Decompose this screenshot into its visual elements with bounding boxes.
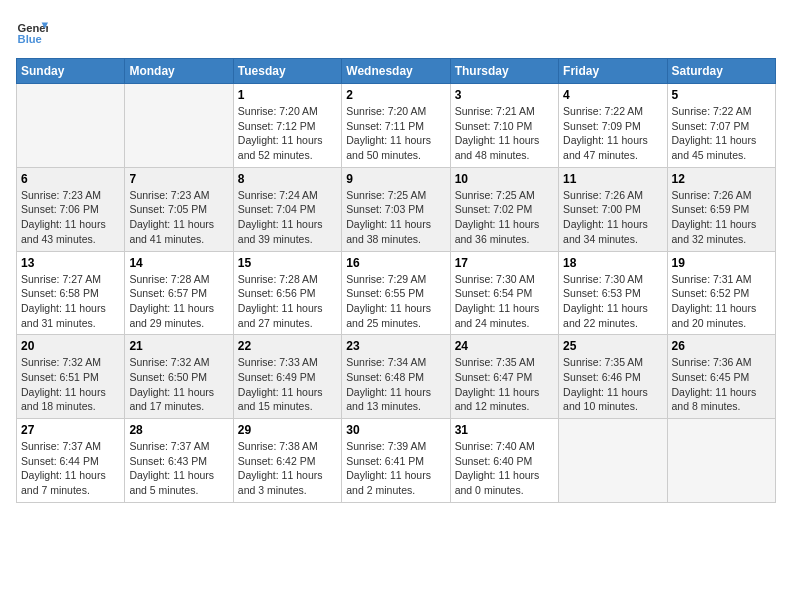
day-number: 20 xyxy=(21,339,120,353)
day-info: Sunrise: 7:32 AM Sunset: 6:51 PM Dayligh… xyxy=(21,355,120,414)
day-number: 3 xyxy=(455,88,554,102)
day-info: Sunrise: 7:32 AM Sunset: 6:50 PM Dayligh… xyxy=(129,355,228,414)
calendar-week-row: 6Sunrise: 7:23 AM Sunset: 7:06 PM Daylig… xyxy=(17,167,776,251)
day-number: 12 xyxy=(672,172,771,186)
day-number: 29 xyxy=(238,423,337,437)
day-info: Sunrise: 7:33 AM Sunset: 6:49 PM Dayligh… xyxy=(238,355,337,414)
day-header-friday: Friday xyxy=(559,59,667,84)
logo-icon: General Blue xyxy=(16,16,48,48)
day-number: 27 xyxy=(21,423,120,437)
day-header-sunday: Sunday xyxy=(17,59,125,84)
day-header-tuesday: Tuesday xyxy=(233,59,341,84)
day-number: 6 xyxy=(21,172,120,186)
day-info: Sunrise: 7:22 AM Sunset: 7:07 PM Dayligh… xyxy=(672,104,771,163)
calendar-week-row: 13Sunrise: 7:27 AM Sunset: 6:58 PM Dayli… xyxy=(17,251,776,335)
day-info: Sunrise: 7:29 AM Sunset: 6:55 PM Dayligh… xyxy=(346,272,445,331)
day-number: 18 xyxy=(563,256,662,270)
calendar-cell: 31Sunrise: 7:40 AM Sunset: 6:40 PM Dayli… xyxy=(450,419,558,503)
day-info: Sunrise: 7:25 AM Sunset: 7:03 PM Dayligh… xyxy=(346,188,445,247)
calendar-cell: 11Sunrise: 7:26 AM Sunset: 7:00 PM Dayli… xyxy=(559,167,667,251)
calendar-cell: 9Sunrise: 7:25 AM Sunset: 7:03 PM Daylig… xyxy=(342,167,450,251)
day-number: 4 xyxy=(563,88,662,102)
day-number: 17 xyxy=(455,256,554,270)
day-number: 25 xyxy=(563,339,662,353)
calendar-cell: 16Sunrise: 7:29 AM Sunset: 6:55 PM Dayli… xyxy=(342,251,450,335)
calendar-week-row: 27Sunrise: 7:37 AM Sunset: 6:44 PM Dayli… xyxy=(17,419,776,503)
day-header-wednesday: Wednesday xyxy=(342,59,450,84)
day-number: 23 xyxy=(346,339,445,353)
calendar-cell xyxy=(125,84,233,168)
day-info: Sunrise: 7:30 AM Sunset: 6:53 PM Dayligh… xyxy=(563,272,662,331)
day-number: 30 xyxy=(346,423,445,437)
day-number: 13 xyxy=(21,256,120,270)
day-info: Sunrise: 7:20 AM Sunset: 7:11 PM Dayligh… xyxy=(346,104,445,163)
calendar-cell: 6Sunrise: 7:23 AM Sunset: 7:06 PM Daylig… xyxy=(17,167,125,251)
day-number: 11 xyxy=(563,172,662,186)
day-info: Sunrise: 7:38 AM Sunset: 6:42 PM Dayligh… xyxy=(238,439,337,498)
day-info: Sunrise: 7:28 AM Sunset: 6:56 PM Dayligh… xyxy=(238,272,337,331)
calendar-cell: 27Sunrise: 7:37 AM Sunset: 6:44 PM Dayli… xyxy=(17,419,125,503)
day-info: Sunrise: 7:22 AM Sunset: 7:09 PM Dayligh… xyxy=(563,104,662,163)
day-info: Sunrise: 7:37 AM Sunset: 6:44 PM Dayligh… xyxy=(21,439,120,498)
calendar-cell: 17Sunrise: 7:30 AM Sunset: 6:54 PM Dayli… xyxy=(450,251,558,335)
day-info: Sunrise: 7:26 AM Sunset: 6:59 PM Dayligh… xyxy=(672,188,771,247)
day-number: 15 xyxy=(238,256,337,270)
calendar-cell: 19Sunrise: 7:31 AM Sunset: 6:52 PM Dayli… xyxy=(667,251,775,335)
day-info: Sunrise: 7:37 AM Sunset: 6:43 PM Dayligh… xyxy=(129,439,228,498)
calendar-cell: 28Sunrise: 7:37 AM Sunset: 6:43 PM Dayli… xyxy=(125,419,233,503)
calendar-cell: 8Sunrise: 7:24 AM Sunset: 7:04 PM Daylig… xyxy=(233,167,341,251)
calendar-cell: 15Sunrise: 7:28 AM Sunset: 6:56 PM Dayli… xyxy=(233,251,341,335)
calendar-cell: 30Sunrise: 7:39 AM Sunset: 6:41 PM Dayli… xyxy=(342,419,450,503)
calendar-cell: 20Sunrise: 7:32 AM Sunset: 6:51 PM Dayli… xyxy=(17,335,125,419)
calendar-cell: 23Sunrise: 7:34 AM Sunset: 6:48 PM Dayli… xyxy=(342,335,450,419)
day-header-saturday: Saturday xyxy=(667,59,775,84)
calendar-cell: 25Sunrise: 7:35 AM Sunset: 6:46 PM Dayli… xyxy=(559,335,667,419)
calendar-cell: 24Sunrise: 7:35 AM Sunset: 6:47 PM Dayli… xyxy=(450,335,558,419)
calendar-cell: 12Sunrise: 7:26 AM Sunset: 6:59 PM Dayli… xyxy=(667,167,775,251)
day-info: Sunrise: 7:25 AM Sunset: 7:02 PM Dayligh… xyxy=(455,188,554,247)
calendar-cell: 3Sunrise: 7:21 AM Sunset: 7:10 PM Daylig… xyxy=(450,84,558,168)
day-info: Sunrise: 7:36 AM Sunset: 6:45 PM Dayligh… xyxy=(672,355,771,414)
day-number: 1 xyxy=(238,88,337,102)
calendar-table: SundayMondayTuesdayWednesdayThursdayFrid… xyxy=(16,58,776,503)
day-number: 10 xyxy=(455,172,554,186)
day-info: Sunrise: 7:35 AM Sunset: 6:46 PM Dayligh… xyxy=(563,355,662,414)
day-info: Sunrise: 7:21 AM Sunset: 7:10 PM Dayligh… xyxy=(455,104,554,163)
day-info: Sunrise: 7:28 AM Sunset: 6:57 PM Dayligh… xyxy=(129,272,228,331)
day-info: Sunrise: 7:34 AM Sunset: 6:48 PM Dayligh… xyxy=(346,355,445,414)
day-header-thursday: Thursday xyxy=(450,59,558,84)
calendar-cell: 10Sunrise: 7:25 AM Sunset: 7:02 PM Dayli… xyxy=(450,167,558,251)
day-number: 22 xyxy=(238,339,337,353)
day-info: Sunrise: 7:26 AM Sunset: 7:00 PM Dayligh… xyxy=(563,188,662,247)
calendar-cell: 5Sunrise: 7:22 AM Sunset: 7:07 PM Daylig… xyxy=(667,84,775,168)
day-info: Sunrise: 7:23 AM Sunset: 7:05 PM Dayligh… xyxy=(129,188,228,247)
page-header: General Blue xyxy=(16,16,776,48)
day-header-monday: Monday xyxy=(125,59,233,84)
day-info: Sunrise: 7:39 AM Sunset: 6:41 PM Dayligh… xyxy=(346,439,445,498)
day-number: 19 xyxy=(672,256,771,270)
day-number: 14 xyxy=(129,256,228,270)
calendar-week-row: 1Sunrise: 7:20 AM Sunset: 7:12 PM Daylig… xyxy=(17,84,776,168)
day-number: 7 xyxy=(129,172,228,186)
calendar-cell xyxy=(17,84,125,168)
logo: General Blue xyxy=(16,16,48,48)
calendar-cell: 21Sunrise: 7:32 AM Sunset: 6:50 PM Dayli… xyxy=(125,335,233,419)
day-number: 28 xyxy=(129,423,228,437)
calendar-cell: 18Sunrise: 7:30 AM Sunset: 6:53 PM Dayli… xyxy=(559,251,667,335)
day-number: 8 xyxy=(238,172,337,186)
calendar-cell: 22Sunrise: 7:33 AM Sunset: 6:49 PM Dayli… xyxy=(233,335,341,419)
svg-text:Blue: Blue xyxy=(18,33,42,45)
day-number: 5 xyxy=(672,88,771,102)
calendar-cell: 26Sunrise: 7:36 AM Sunset: 6:45 PM Dayli… xyxy=(667,335,775,419)
calendar-cell: 1Sunrise: 7:20 AM Sunset: 7:12 PM Daylig… xyxy=(233,84,341,168)
day-number: 21 xyxy=(129,339,228,353)
day-number: 24 xyxy=(455,339,554,353)
calendar-cell: 29Sunrise: 7:38 AM Sunset: 6:42 PM Dayli… xyxy=(233,419,341,503)
day-number: 2 xyxy=(346,88,445,102)
day-info: Sunrise: 7:24 AM Sunset: 7:04 PM Dayligh… xyxy=(238,188,337,247)
calendar-cell: 7Sunrise: 7:23 AM Sunset: 7:05 PM Daylig… xyxy=(125,167,233,251)
day-number: 31 xyxy=(455,423,554,437)
day-info: Sunrise: 7:40 AM Sunset: 6:40 PM Dayligh… xyxy=(455,439,554,498)
day-info: Sunrise: 7:20 AM Sunset: 7:12 PM Dayligh… xyxy=(238,104,337,163)
day-number: 16 xyxy=(346,256,445,270)
